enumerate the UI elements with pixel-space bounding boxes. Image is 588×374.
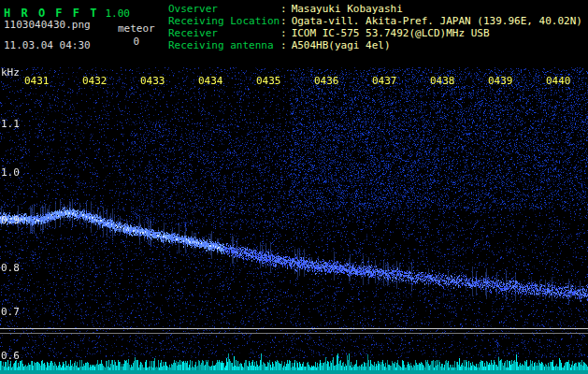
header-bar: H R O F F T1.00 1103040430.png 11.03.04 … [0,0,588,64]
info-value: A504HB(yagi 4el) [292,39,391,51]
capture-datetime: 11.03.04 04:30 [4,39,91,51]
app-title: H R O F F T [4,7,98,20]
info-row: Ovserver:Masayuki Kobayashi [168,3,582,15]
app-version: 1.00 [105,7,130,20]
info-row: Receiver:ICOM IC-575 53.7492(@LCD)MHz US… [168,27,582,39]
info-value: Ogata-vill. Akita-Pref. JAPAN (139.96E, … [292,15,582,27]
info-value: ICOM IC-575 53.7492(@LCD)MHz USB [292,27,490,39]
observation-info: Ovserver:Masayuki Kobayashi Receiving Lo… [168,3,582,51]
info-colon: : [280,15,287,27]
output-filename: 1103040430.png [4,19,91,31]
meteor-counter: meteor 0 [118,22,155,49]
info-label: Receiving antenna [168,39,280,51]
hrofft-window: H R O F F T1.00 1103040430.png 11.03.04 … [0,0,588,374]
info-colon: : [280,39,287,51]
info-label: Receiver [168,27,280,39]
info-label: Receiving Location [168,15,280,27]
info-value: Masayuki Kobayashi [292,3,403,15]
meteor-counter-label: meteor [118,22,155,36]
info-colon: : [280,3,287,15]
info-colon: : [280,27,287,39]
header-left: H R O F F T1.00 1103040430.png 11.03.04 … [0,0,166,64]
meteor-counter-value: 0 [118,36,155,49]
info-label: Ovserver [168,3,280,15]
info-row: Receiving antenna:A504HB(yagi 4el) [168,39,582,51]
info-row: Receiving Location:Ogata-vill. Akita-Pre… [168,15,582,27]
